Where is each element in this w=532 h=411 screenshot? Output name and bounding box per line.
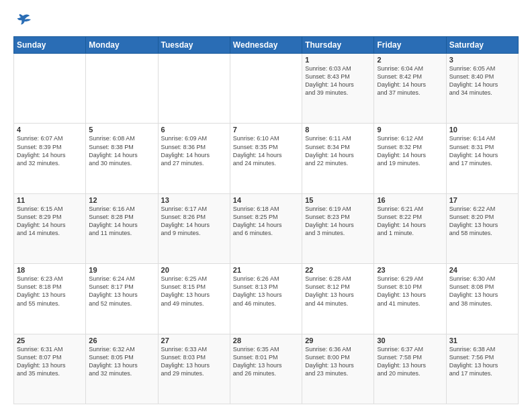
- calendar-cell: 22Sunrise: 6:28 AM Sunset: 8:12 PM Dayli…: [302, 264, 374, 334]
- calendar-cell: 3Sunrise: 6:05 AM Sunset: 8:40 PM Daylig…: [446, 54, 518, 124]
- calendar-header-wednesday: Wednesday: [230, 37, 302, 54]
- day-info: Sunrise: 6:16 AM Sunset: 8:28 PM Dayligh…: [89, 205, 154, 238]
- day-info: Sunrise: 6:36 AM Sunset: 8:00 PM Dayligh…: [305, 345, 371, 378]
- calendar-table: SundayMondayTuesdayWednesdayThursdayFrid…: [13, 36, 519, 404]
- day-info: Sunrise: 6:11 AM Sunset: 8:34 PM Dayligh…: [305, 134, 371, 167]
- day-info: Sunrise: 6:18 AM Sunset: 8:25 PM Dayligh…: [233, 205, 299, 238]
- day-number: 8: [305, 126, 371, 134]
- day-number: 18: [17, 266, 83, 274]
- calendar-header-monday: Monday: [86, 37, 158, 54]
- day-number: 3: [449, 56, 515, 64]
- day-number: 2: [377, 56, 443, 64]
- calendar-cell: 30Sunrise: 6:37 AM Sunset: 7:58 PM Dayli…: [374, 334, 446, 404]
- day-info: Sunrise: 6:33 AM Sunset: 8:03 PM Dayligh…: [161, 345, 227, 378]
- calendar-header-tuesday: Tuesday: [158, 37, 230, 54]
- day-info: Sunrise: 6:24 AM Sunset: 8:17 PM Dayligh…: [89, 275, 154, 308]
- calendar-cell: 25Sunrise: 6:31 AM Sunset: 8:07 PM Dayli…: [14, 334, 86, 404]
- day-number: 31: [449, 336, 515, 345]
- calendar-cell: 27Sunrise: 6:33 AM Sunset: 8:03 PM Dayli…: [158, 334, 230, 404]
- day-info: Sunrise: 6:23 AM Sunset: 8:18 PM Dayligh…: [17, 275, 83, 308]
- calendar-header-friday: Friday: [374, 37, 446, 54]
- calendar-header-row: SundayMondayTuesdayWednesdayThursdayFrid…: [14, 37, 519, 54]
- calendar-header-saturday: Saturday: [446, 37, 518, 54]
- day-info: Sunrise: 6:30 AM Sunset: 8:08 PM Dayligh…: [449, 275, 515, 308]
- day-number: 1: [305, 56, 371, 64]
- logo: [13, 11, 35, 30]
- calendar-cell: [14, 54, 86, 124]
- day-number: 22: [305, 266, 371, 274]
- day-number: 5: [89, 126, 154, 134]
- day-info: Sunrise: 6:05 AM Sunset: 8:40 PM Dayligh…: [449, 64, 515, 97]
- calendar-cell: 13Sunrise: 6:17 AM Sunset: 8:26 PM Dayli…: [158, 193, 230, 263]
- calendar-cell: 10Sunrise: 6:14 AM Sunset: 8:31 PM Dayli…: [446, 124, 518, 193]
- day-number: 24: [449, 266, 515, 274]
- calendar-cell: 12Sunrise: 6:16 AM Sunset: 8:28 PM Dayli…: [86, 193, 158, 263]
- day-info: Sunrise: 6:08 AM Sunset: 8:38 PM Dayligh…: [89, 134, 154, 167]
- day-number: 28: [233, 336, 299, 345]
- calendar-cell: 29Sunrise: 6:36 AM Sunset: 8:00 PM Dayli…: [302, 334, 374, 404]
- calendar-cell: 26Sunrise: 6:32 AM Sunset: 8:05 PM Dayli…: [86, 334, 158, 404]
- logo-bird-icon: [13, 11, 32, 30]
- day-info: Sunrise: 6:29 AM Sunset: 8:10 PM Dayligh…: [377, 275, 443, 308]
- day-number: 23: [377, 266, 443, 274]
- calendar-cell: [230, 54, 302, 124]
- day-number: 9: [377, 126, 443, 134]
- calendar-cell: 21Sunrise: 6:26 AM Sunset: 8:13 PM Dayli…: [230, 264, 302, 334]
- day-info: Sunrise: 6:37 AM Sunset: 7:58 PM Dayligh…: [377, 345, 443, 378]
- day-number: 29: [305, 336, 371, 345]
- day-info: Sunrise: 6:10 AM Sunset: 8:35 PM Dayligh…: [233, 134, 299, 167]
- calendar-cell: 18Sunrise: 6:23 AM Sunset: 8:18 PM Dayli…: [14, 264, 86, 334]
- day-info: Sunrise: 6:19 AM Sunset: 8:23 PM Dayligh…: [305, 205, 371, 238]
- day-info: Sunrise: 6:21 AM Sunset: 8:22 PM Dayligh…: [377, 205, 443, 238]
- day-info: Sunrise: 6:28 AM Sunset: 8:12 PM Dayligh…: [305, 275, 371, 308]
- calendar-week-row: 11Sunrise: 6:15 AM Sunset: 8:29 PM Dayli…: [14, 193, 519, 263]
- calendar-cell: 31Sunrise: 6:38 AM Sunset: 7:56 PM Dayli…: [446, 334, 518, 404]
- calendar-cell: 6Sunrise: 6:09 AM Sunset: 8:36 PM Daylig…: [158, 124, 230, 193]
- calendar-cell: 4Sunrise: 6:07 AM Sunset: 8:39 PM Daylig…: [14, 124, 86, 193]
- day-info: Sunrise: 6:04 AM Sunset: 8:42 PM Dayligh…: [377, 64, 443, 97]
- day-info: Sunrise: 6:14 AM Sunset: 8:31 PM Dayligh…: [449, 134, 515, 167]
- day-number: 12: [89, 196, 154, 204]
- day-info: Sunrise: 6:26 AM Sunset: 8:13 PM Dayligh…: [233, 275, 299, 308]
- calendar-cell: 20Sunrise: 6:25 AM Sunset: 8:15 PM Dayli…: [158, 264, 230, 334]
- day-number: 6: [161, 126, 227, 134]
- day-info: Sunrise: 6:09 AM Sunset: 8:36 PM Dayligh…: [161, 134, 227, 167]
- day-number: 19: [89, 266, 154, 274]
- day-info: Sunrise: 6:31 AM Sunset: 8:07 PM Dayligh…: [17, 345, 83, 378]
- day-info: Sunrise: 6:38 AM Sunset: 7:56 PM Dayligh…: [449, 345, 515, 378]
- day-info: Sunrise: 6:12 AM Sunset: 8:32 PM Dayligh…: [377, 134, 443, 167]
- calendar-cell: 17Sunrise: 6:22 AM Sunset: 8:20 PM Dayli…: [446, 193, 518, 263]
- day-number: 20: [161, 266, 227, 274]
- day-number: 26: [89, 336, 154, 345]
- day-number: 13: [161, 196, 227, 204]
- day-number: 27: [161, 336, 227, 345]
- day-number: 7: [233, 126, 299, 134]
- calendar-cell: 2Sunrise: 6:04 AM Sunset: 8:42 PM Daylig…: [374, 54, 446, 124]
- calendar-cell: 16Sunrise: 6:21 AM Sunset: 8:22 PM Dayli…: [374, 193, 446, 263]
- calendar-cell: 24Sunrise: 6:30 AM Sunset: 8:08 PM Dayli…: [446, 264, 518, 334]
- day-number: 25: [17, 336, 83, 345]
- calendar-cell: 9Sunrise: 6:12 AM Sunset: 8:32 PM Daylig…: [374, 124, 446, 193]
- day-info: Sunrise: 6:35 AM Sunset: 8:01 PM Dayligh…: [233, 345, 299, 378]
- day-info: Sunrise: 6:15 AM Sunset: 8:29 PM Dayligh…: [17, 205, 83, 238]
- day-info: Sunrise: 6:03 AM Sunset: 8:43 PM Dayligh…: [305, 64, 371, 97]
- calendar-cell: 5Sunrise: 6:08 AM Sunset: 8:38 PM Daylig…: [86, 124, 158, 193]
- calendar-header-thursday: Thursday: [302, 37, 374, 54]
- calendar-cell: 15Sunrise: 6:19 AM Sunset: 8:23 PM Dayli…: [302, 193, 374, 263]
- calendar-cell: 14Sunrise: 6:18 AM Sunset: 8:25 PM Dayli…: [230, 193, 302, 263]
- day-number: 21: [233, 266, 299, 274]
- calendar-cell: 28Sunrise: 6:35 AM Sunset: 8:01 PM Dayli…: [230, 334, 302, 404]
- calendar-cell: 8Sunrise: 6:11 AM Sunset: 8:34 PM Daylig…: [302, 124, 374, 193]
- calendar: SundayMondayTuesdayWednesdayThursdayFrid…: [13, 36, 519, 404]
- calendar-week-row: 25Sunrise: 6:31 AM Sunset: 8:07 PM Dayli…: [14, 334, 519, 404]
- day-info: Sunrise: 6:25 AM Sunset: 8:15 PM Dayligh…: [161, 275, 227, 308]
- day-info: Sunrise: 6:32 AM Sunset: 8:05 PM Dayligh…: [89, 345, 154, 378]
- calendar-cell: 19Sunrise: 6:24 AM Sunset: 8:17 PM Dayli…: [86, 264, 158, 334]
- day-number: 17: [449, 196, 515, 204]
- calendar-cell: 7Sunrise: 6:10 AM Sunset: 8:35 PM Daylig…: [230, 124, 302, 193]
- calendar-week-row: 4Sunrise: 6:07 AM Sunset: 8:39 PM Daylig…: [14, 124, 519, 193]
- day-number: 14: [233, 196, 299, 204]
- day-number: 11: [17, 196, 83, 204]
- calendar-cell: [158, 54, 230, 124]
- page-header: [13, 11, 519, 30]
